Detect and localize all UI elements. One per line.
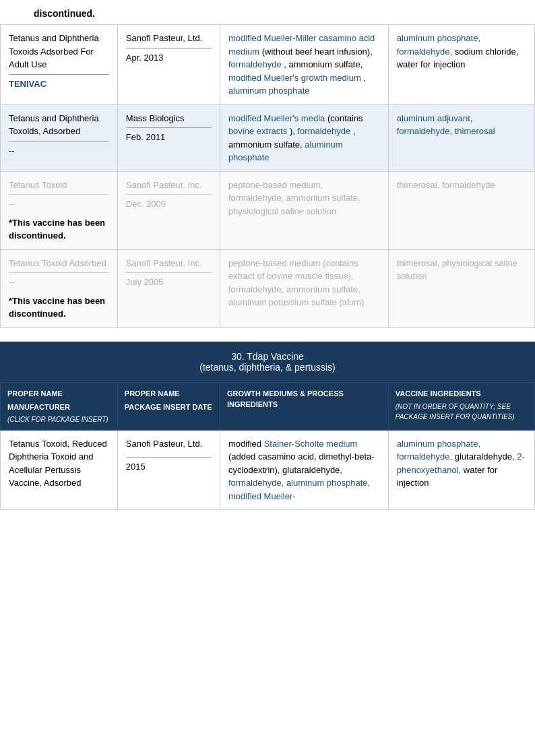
- growth-text: peptone-based medium (contains extract o…: [228, 258, 365, 308]
- growth-link-4[interactable]: aluminum phosphate: [228, 86, 310, 96]
- discontinued-note: *This vaccine has been discontinued.: [9, 216, 109, 243]
- discontinued-text: discontinued.: [34, 8, 95, 19]
- manufacturer-cell: Sanofi Pasteur, Ltd. 2015: [117, 430, 220, 510]
- growth-cell: peptone-based medium (contains extract o…: [220, 249, 388, 327]
- table-row: Tetanus and Diphtheria Toxoids, Adsorbed…: [1, 104, 535, 171]
- page-wrapper: discontinued. Tetanus and Diphtheria Tox…: [0, 0, 535, 510]
- growth-text-2: ),: [290, 126, 298, 136]
- table-row: Tetanus and Diphtheria Toxoids Adsorbed …: [1, 25, 535, 105]
- ingredient-link-1[interactable]: aluminum phosphate,: [397, 33, 480, 43]
- col1-sub2: (click for package insert): [7, 414, 111, 424]
- ingredient-text: thimerosal, physiological saline solutio…: [397, 258, 517, 282]
- section-subtitle: (tetanus, diphtheria, & pertussis): [7, 362, 528, 373]
- col4-label: VACCINE INGREDIENTS: [396, 388, 528, 400]
- growth-cell: modified Mueller's media (contains bovin…: [220, 104, 388, 171]
- growth-link-2[interactable]: formaldehyde: [228, 59, 282, 69]
- col1-sub: MANUFACTURER: [7, 402, 111, 413]
- column-header-row: PROPER NAME MANUFACTURER (click for pack…: [1, 382, 535, 430]
- growth-prefix: modified: [228, 439, 264, 449]
- growth-text-2: , ammonium sulfate,: [284, 59, 363, 69]
- growth-cell: modified Mueller-Miller casamino acid me…: [220, 25, 388, 105]
- table-row: Tetanus Toxoid -- *This vaccine has been…: [1, 171, 535, 249]
- tdap-header-table: PROPER NAME MANUFACTURER (click for pack…: [0, 382, 535, 511]
- manufacturer-cell: Mass Biologics Feb. 2011: [117, 104, 220, 171]
- growth-text: peptone-based medium, formaldehyde, ammo…: [228, 180, 360, 216]
- growth-link-3[interactable]: aluminum phosphate,: [286, 478, 370, 488]
- proper-name-cell: Tetanus Toxoid -- *This vaccine has been…: [1, 171, 118, 249]
- growth-link-1[interactable]: modified Mueller's media: [228, 113, 325, 123]
- col3-label: GROWTH MEDIUMS & PROCESS INGREDIENTS: [227, 388, 381, 410]
- growth-text-1: (without beef heart infusion),: [262, 46, 373, 57]
- growth-link-3[interactable]: formaldehyde: [298, 126, 351, 136]
- proper-name-cell: Tetanus and Diphtheria Toxoids Adsorbed …: [1, 25, 118, 105]
- package-insert-ref: --: [9, 197, 109, 211]
- ingredients-cell: thimerosal, formaldehyde: [388, 171, 534, 249]
- ingredient-text-2: glutaraldehyde,: [455, 451, 517, 462]
- manufacturer-name: Mass Biologics: [126, 112, 212, 125]
- growth-link-1[interactable]: Stainer-Scholte medium: [264, 439, 358, 449]
- growth-link-2[interactable]: formaldehyde,: [228, 478, 284, 488]
- manufacturer-cell: Sanofi Pasteur, Inc. Dec. 2005: [117, 171, 220, 249]
- table-row: Tetanus Toxoid, Reduced Diphtheria Toxoi…: [1, 430, 535, 510]
- ingredients-cell: thimerosal, physiological saline solutio…: [388, 249, 534, 327]
- proper-name-text: Tetanus and Diphtheria Toxoids, Adsorbed: [9, 112, 109, 138]
- vaccine-table: Tetanus and Diphtheria Toxoids Adsorbed …: [0, 24, 535, 328]
- col-header-4: VACCINE INGREDIENTS (not in order of qua…: [388, 382, 534, 430]
- proper-name-text: Tetanus and Diphtheria Toxoids Adsorbed …: [9, 32, 109, 71]
- ingredient-link-3[interactable]: thimerosal: [455, 126, 495, 136]
- package-insert-ref: --: [9, 144, 109, 158]
- proper-name-cell: Tetanus Toxoid Adsorbed -- *This vaccine…: [1, 249, 118, 327]
- growth-cell: peptone-based medium, formaldehyde, ammo…: [220, 171, 388, 249]
- col1-label: PROPER NAME: [7, 388, 111, 400]
- ingredient-link-2[interactable]: formaldehyde,: [397, 46, 452, 57]
- package-insert-date: July 2005: [126, 276, 212, 289]
- col2-sub: PACKAGE INSERT DATE: [125, 402, 213, 413]
- growth-link-2[interactable]: bovine extracts: [228, 126, 287, 136]
- proper-name-text: Tetanus Toxoid, Reduced Diphtheria Toxoi…: [9, 437, 109, 490]
- proper-name-text: Tetanus Toxoid: [9, 179, 109, 192]
- ingredients-cell: aluminum phosphate, formaldehyde, glutar…: [388, 430, 534, 510]
- table-row: Tetanus Toxoid Adsorbed -- *This vaccine…: [1, 249, 535, 327]
- ingredient-link-2[interactable]: formaldehyde,: [397, 126, 452, 136]
- section-number: 30.: [231, 351, 244, 362]
- proper-name-cell: Tetanus Toxoid, Reduced Diphtheria Toxoi…: [1, 430, 118, 510]
- ingredient-link-1[interactable]: aluminum phosphate,: [397, 439, 480, 449]
- ingredient-text: thimerosal, formaldehyde: [397, 180, 495, 190]
- col-header-3: GROWTH MEDIUMS & PROCESS INGREDIENTS: [220, 382, 388, 430]
- package-insert-ref: --: [9, 276, 109, 289]
- package-insert-date: Feb. 2011: [126, 131, 212, 144]
- section-30-wrapper: 30. Tdap Vaccine (tetanus, diphtheria, &…: [0, 342, 535, 511]
- growth-cell: modified Stainer-Scholte medium (added c…: [220, 430, 388, 510]
- package-insert-date: 2015: [126, 460, 212, 474]
- col-header-2: PROPER NAME PACKAGE INSERT DATE: [117, 382, 220, 430]
- section-title: 30. Tdap Vaccine: [7, 351, 528, 362]
- growth-link-4[interactable]: modified Mueller-: [228, 491, 296, 501]
- growth-text-3: ,: [363, 73, 366, 83]
- manufacturer-cell: Sanofi Pasteur, Inc. July 2005: [117, 249, 220, 327]
- col2-label: PROPER NAME: [125, 388, 213, 400]
- discontinued-banner: discontinued.: [0, 0, 535, 24]
- col4-sub: (not in order of quantity; see package i…: [396, 402, 528, 422]
- discontinued-note: *This vaccine has been discontinued.: [9, 294, 109, 321]
- col-header-1: PROPER NAME MANUFACTURER (click for pack…: [1, 382, 118, 430]
- section-header: 30. Tdap Vaccine (tetanus, diphtheria, &…: [0, 342, 535, 382]
- ingredients-cell: aluminum phosphate, formaldehyde, sodium…: [388, 25, 534, 105]
- tenivac-link[interactable]: TENIVAC: [9, 77, 109, 91]
- manufacturer-name: Sanofi Pasteur, Ltd.: [126, 32, 212, 45]
- growth-link-3[interactable]: modified Mueller's growth medium: [228, 73, 361, 83]
- proper-name-cell: Tetanus and Diphtheria Toxoids, Adsorbed…: [1, 104, 118, 171]
- package-insert-date: Dec. 2005: [126, 197, 212, 211]
- growth-text-1: (contains: [327, 113, 363, 123]
- manufacturer-cell: Sanofi Pasteur, Ltd. Apr. 2013: [117, 25, 220, 105]
- ingredient-link-1[interactable]: aluminum adjuvant,: [397, 113, 473, 123]
- ingredients-cell: aluminum adjuvant, formaldehyde, thimero…: [388, 104, 534, 171]
- manufacturer-name: Sanofi Pasteur, Inc.: [126, 179, 212, 192]
- proper-name-text: Tetanus Toxoid Adsorbed: [9, 257, 109, 270]
- ingredient-link-2[interactable]: formaldehyde,: [397, 451, 452, 462]
- package-insert-date: Apr. 2013: [126, 51, 212, 65]
- manufacturer-name: Sanofi Pasteur, Ltd.: [126, 437, 212, 451]
- growth-text-1: (added casamino acid, dimethyl-beta-cycl…: [228, 451, 375, 475]
- manufacturer-name: Sanofi Pasteur, Inc.: [126, 257, 212, 270]
- section-title-text: Tdap Vaccine: [247, 351, 304, 362]
